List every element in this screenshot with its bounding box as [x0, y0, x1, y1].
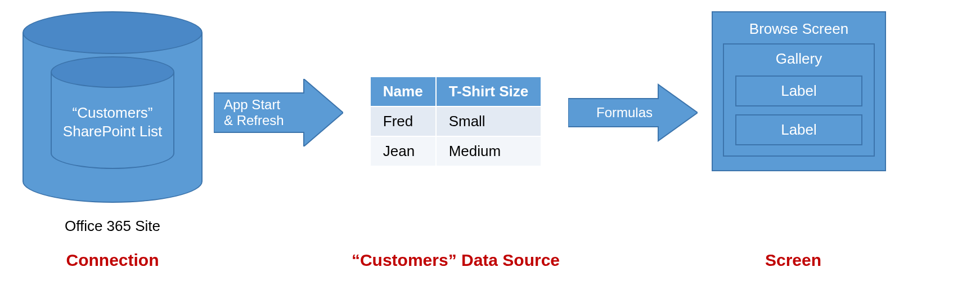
- arrow-app-start-label: App Start & Refresh: [214, 79, 343, 146]
- sharepoint-list-type: SharePoint List: [63, 122, 162, 139]
- gallery-title: Gallery: [732, 50, 866, 68]
- caption-row: Connection “Customers” Data Source Scree…: [11, 251, 969, 270]
- arrow-app-start: App Start & Refresh: [214, 11, 343, 146]
- browse-screen: Browse Screen Gallery Label Label: [712, 11, 886, 171]
- connection-column: “Customers” SharePoint List Office 365 S…: [11, 11, 214, 235]
- table-row: Jean Medium: [370, 136, 541, 166]
- caption-connection: Connection: [11, 251, 214, 270]
- col-header-size: T-Shirt Size: [436, 77, 542, 106]
- office365-site-cylinder: “Customers” SharePoint List: [17, 11, 208, 214]
- col-header-name: Name: [370, 77, 436, 106]
- data-source-column: Name T-Shirt Size Fred Small Jean Medium: [343, 11, 568, 167]
- table-header-row: Name T-Shirt Size: [370, 77, 541, 106]
- customers-table: Name T-Shirt Size Fred Small Jean Medium: [370, 76, 542, 167]
- arrow-formulas: Formulas: [568, 11, 698, 146]
- architecture-diagram: “Customers” SharePoint List Office 365 S…: [11, 11, 969, 235]
- arrow-right-icon: Formulas: [568, 79, 698, 146]
- gallery-label: Label: [735, 75, 862, 106]
- sharepoint-list-cylinder: “Customers” SharePoint List: [51, 56, 174, 169]
- arrow-right-icon: App Start & Refresh: [214, 79, 343, 146]
- caption-screen: Screen: [698, 251, 889, 270]
- cell-name: Jean: [370, 136, 436, 166]
- caption-data-source: “Customers” Data Source: [343, 251, 568, 270]
- screen-title: Browse Screen: [723, 20, 875, 38]
- cell-size: Medium: [436, 136, 542, 166]
- table-row: Fred Small: [370, 106, 541, 136]
- sharepoint-list-label: “Customers” SharePoint List: [51, 104, 174, 140]
- gallery-container: Gallery Label Label: [723, 43, 875, 157]
- sharepoint-list-name: “Customers”: [72, 104, 152, 121]
- cell-name: Fred: [370, 106, 436, 136]
- arrow-formulas-label: Formulas: [568, 79, 698, 146]
- gallery-label: Label: [735, 114, 862, 145]
- cell-size: Small: [436, 106, 542, 136]
- screen-column: Browse Screen Gallery Label Label: [703, 11, 894, 171]
- site-label: Office 365 Site: [65, 217, 160, 235]
